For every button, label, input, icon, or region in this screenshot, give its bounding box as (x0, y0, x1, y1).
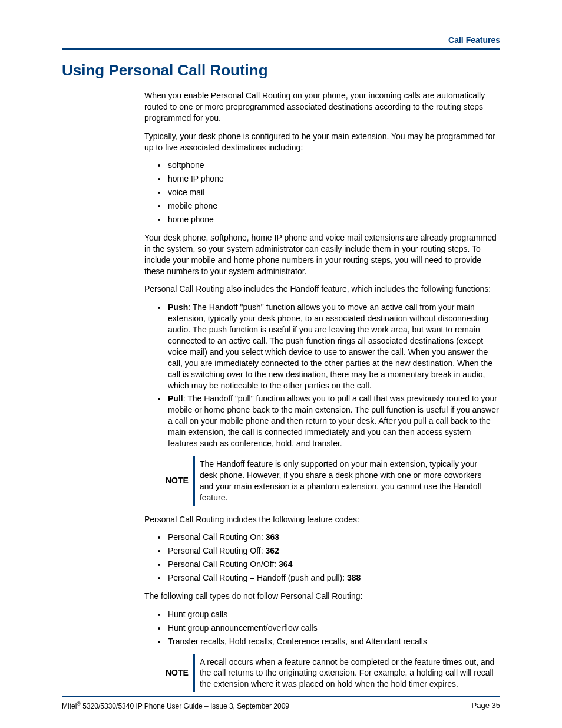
registered-mark: ® (77, 701, 81, 707)
list-item: voice mail (167, 187, 500, 198)
footer-brand: Mitel (62, 702, 77, 710)
feature-codes-list: Personal Call Routing On: 363 Personal C… (144, 532, 500, 584)
list-item: Personal Call Routing – Handoff (push an… (167, 572, 500, 584)
destinations-list: softphone home IP phone voice mail mobil… (144, 160, 500, 225)
footer-doc: 5320/5330/5340 IP Phone User Guide – Iss… (81, 702, 289, 710)
paragraph-6: The following call types do not follow P… (144, 591, 500, 602)
footer-page-number: Page 35 (472, 701, 500, 710)
note-box-2: NOTE A recall occurs when a feature cann… (161, 654, 500, 693)
code-value: 364 (279, 559, 292, 569)
list-item: mobile phone (167, 200, 500, 212)
footer-rule (62, 696, 500, 697)
list-item: home phone (167, 214, 500, 225)
list-item: Personal Call Routing On/Off: 364 (167, 559, 500, 570)
code-value: 362 (266, 546, 279, 555)
excluded-calls-list: Hunt group calls Hunt group announcement… (144, 609, 500, 647)
pull-label: Pull (168, 394, 183, 403)
push-label: Push (168, 302, 188, 312)
list-item: Hunt group calls (167, 609, 500, 620)
list-item-pull: Pull: The Handoff "pull" function allows… (167, 393, 500, 449)
code-prefix: Personal Call Routing On: (168, 532, 266, 542)
list-item: softphone (167, 160, 500, 171)
paragraph-3: Your desk phone, softphone, home IP phon… (144, 232, 500, 277)
note-text: A recall occurs when a feature cannot be… (194, 654, 500, 693)
footer-left: Mitel® 5320/5330/5340 IP Phone User Guid… (62, 701, 289, 710)
note-label: NOTE (161, 456, 194, 506)
list-item: home IP phone (167, 173, 500, 185)
list-item: Hunt group announcement/overflow calls (167, 622, 500, 634)
list-item: Personal Call Routing Off: 362 (167, 545, 500, 556)
handoff-functions-list: Push: The Handoff "push" function allows… (144, 302, 500, 449)
code-prefix: Personal Call Routing Off: (168, 546, 266, 555)
intro-paragraph-1: When you enable Personal Call Routing on… (144, 90, 500, 124)
page-title: Using Personal Call Routing (62, 61, 500, 80)
pull-text: : The Handoff "pull" function allows you… (168, 394, 499, 448)
paragraph-5: Personal Call Routing includes the follo… (144, 514, 500, 525)
note-text: The Handoff feature is only supported on… (194, 456, 500, 506)
code-value: 363 (266, 532, 279, 542)
code-prefix: Personal Call Routing – Handoff (push an… (168, 573, 347, 582)
note-box-1: NOTE The Handoff feature is only support… (161, 456, 500, 506)
note-label: NOTE (161, 654, 194, 693)
footer-line: Mitel® 5320/5330/5340 IP Phone User Guid… (62, 701, 500, 710)
push-text: : The Handoff "push" function allows you… (168, 302, 492, 390)
content-area: When you enable Personal Call Routing on… (144, 90, 500, 692)
code-value: 388 (347, 573, 361, 582)
list-item: Transfer recalls, Hold recalls, Conferen… (167, 636, 500, 647)
list-item-push: Push: The Handoff "push" function allows… (167, 302, 500, 391)
header-rule (62, 48, 500, 50)
section-header: Call Features (62, 35, 500, 45)
page-footer: Mitel® 5320/5330/5340 IP Phone User Guid… (62, 696, 500, 710)
code-prefix: Personal Call Routing On/Off: (168, 559, 279, 569)
list-item: Personal Call Routing On: 363 (167, 532, 500, 543)
paragraph-4: Personal Call Routing also includes the … (144, 284, 500, 295)
intro-paragraph-2: Typically, your desk phone is configured… (144, 131, 500, 153)
document-page: Call Features Using Personal Call Routin… (0, 0, 562, 728)
